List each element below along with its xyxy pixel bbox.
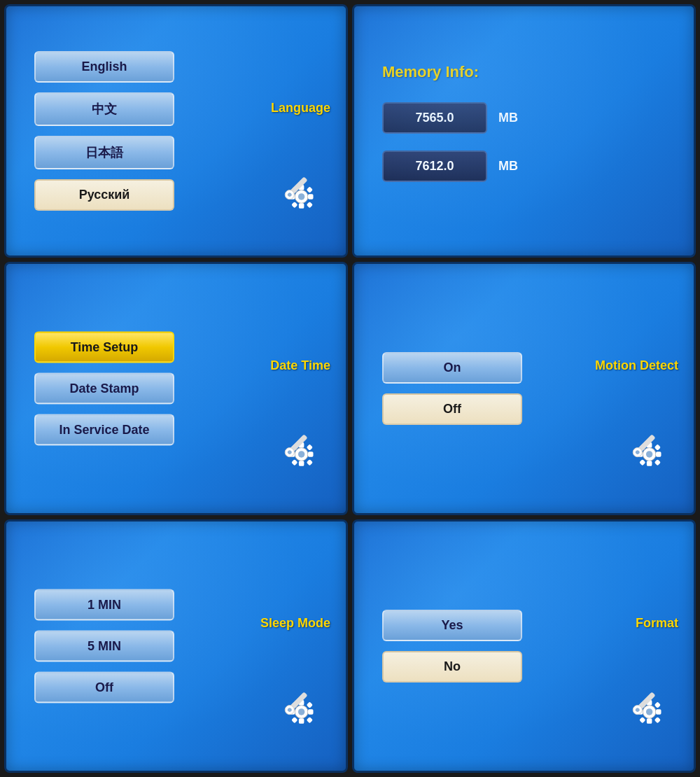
svg-rect-16 [299, 461, 304, 466]
svg-point-40 [298, 708, 304, 715]
svg-rect-42 [299, 718, 304, 724]
svg-rect-46 [307, 701, 313, 708]
memory-value-1: 7565.0 [382, 102, 487, 134]
sleep-panel: 1 MIN 5 MIN Off Sleep Mode [4, 519, 348, 773]
svg-rect-44 [308, 709, 314, 715]
svg-rect-57 [656, 709, 662, 715]
settings-icon-motion [624, 433, 677, 485]
memory-panel: Memory Info: 7565.0 MB 7612.0 MB [352, 4, 696, 258]
svg-rect-35 [654, 459, 661, 465]
svg-rect-48 [307, 717, 313, 723]
language-button-list: English 中文 日本語 Русский [34, 51, 174, 211]
memory-value-2: 7612.0 [382, 150, 487, 182]
settings-icon-sleep [276, 690, 329, 743]
language-label: Language [271, 101, 330, 115]
svg-rect-8 [291, 202, 298, 208]
svg-rect-22 [307, 459, 313, 465]
sleep-label: Sleep Mode [260, 616, 330, 631]
sleep-button-list: 1 MIN 5 MIN Off [34, 589, 174, 704]
svg-rect-47 [291, 717, 298, 723]
svg-point-27 [646, 451, 652, 457]
language-panel: English 中文 日本語 Русский Language [4, 4, 348, 258]
motion-panel: On Off Motion Detect [352, 262, 696, 515]
format-yes-button[interactable]: Yes [382, 610, 522, 641]
motion-label: Motion Detect [595, 358, 678, 373]
time-setup-button[interactable]: Time Setup [34, 332, 174, 363]
format-no-button[interactable]: No [382, 651, 522, 682]
svg-rect-34 [639, 459, 645, 465]
language-russian-button[interactable]: Русский [34, 179, 174, 211]
settings-icon-format [624, 690, 677, 743]
memory-unit-1: MB [498, 111, 518, 125]
memory-row-1: 7565.0 MB [382, 102, 666, 134]
memory-title: Memory Info: [382, 63, 666, 81]
motion-off-button[interactable]: Off [382, 393, 522, 425]
format-panel: Yes No Format [352, 519, 696, 773]
svg-point-14 [298, 451, 304, 457]
format-label: Format [636, 616, 678, 631]
language-english-button[interactable]: English [34, 51, 174, 83]
svg-rect-5 [308, 194, 314, 200]
sleep-off-button[interactable]: Off [34, 672, 174, 704]
settings-icon [276, 175, 329, 227]
svg-rect-20 [307, 444, 313, 450]
svg-rect-18 [308, 451, 314, 457]
settings-icon-datetime [276, 433, 329, 485]
datetime-panel: Time Setup Date Stamp In Service Date Da… [4, 262, 348, 515]
motion-button-list: On Off [382, 352, 522, 425]
svg-rect-60 [639, 717, 645, 723]
svg-rect-31 [656, 451, 662, 457]
datetime-button-list: Time Setup Date Stamp In Service Date [34, 332, 174, 446]
memory-row-2: 7612.0 MB [382, 150, 666, 182]
format-button-list: Yes No [382, 610, 522, 682]
datetime-label: Date Time [270, 358, 330, 373]
svg-rect-21 [291, 459, 298, 465]
svg-rect-33 [654, 444, 661, 450]
language-japanese-button[interactable]: 日本語 [34, 136, 174, 169]
date-stamp-button[interactable]: Date Stamp [34, 373, 174, 405]
svg-point-53 [646, 708, 652, 715]
memory-unit-2: MB [498, 159, 518, 174]
svg-rect-59 [654, 701, 661, 708]
svg-point-1 [298, 193, 304, 200]
svg-rect-7 [307, 186, 313, 192]
svg-rect-3 [299, 203, 304, 209]
sleep-1min-button[interactable]: 1 MIN [34, 589, 174, 621]
svg-rect-9 [307, 202, 313, 208]
motion-on-button[interactable]: On [382, 352, 522, 384]
svg-rect-29 [647, 461, 652, 466]
sleep-5min-button[interactable]: 5 MIN [34, 631, 174, 662]
in-service-date-button[interactable]: In Service Date [34, 414, 174, 446]
language-chinese-button[interactable]: 中文 [34, 92, 174, 126]
svg-rect-61 [654, 717, 661, 723]
svg-rect-55 [647, 718, 652, 724]
